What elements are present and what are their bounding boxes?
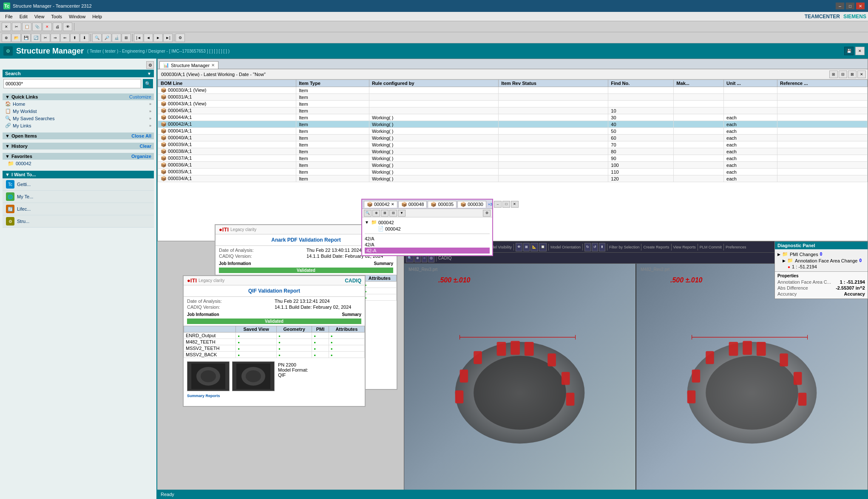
mini-down-btn[interactable]: ▼	[398, 210, 406, 217]
table-row[interactable]: 📦 000044/A;1 Item Working( )30each	[158, 114, 868, 121]
table-row[interactable]: 📦 000043/A;1 (View) Item	[158, 101, 868, 107]
sm-table-btn[interactable]: ⊟	[839, 70, 847, 78]
col-find-no[interactable]: Find No.	[608, 80, 674, 87]
tb2-btn-8[interactable]: ⬆	[70, 34, 79, 42]
quick-link-home[interactable]: 🏠 Home »	[3, 100, 154, 107]
table-row-selected[interactable]: 📦 000042/A;1 Item Working( )40each	[158, 121, 868, 128]
search-input[interactable]	[3, 79, 141, 88]
favorites-header[interactable]: ▼ Favorites Organize	[3, 153, 154, 160]
tb2-btn-5[interactable]: ✂	[41, 34, 50, 42]
tb-copy-btn[interactable]: 📋	[22, 23, 31, 31]
mini-tab-000035[interactable]: 📦 000035	[428, 201, 457, 208]
menu-view[interactable]: View	[31, 13, 48, 20]
col-make[interactable]: Mak...	[674, 80, 724, 87]
search-button[interactable]: 🔍	[143, 79, 153, 88]
tb2-btn-7[interactable]: ⇐	[60, 34, 70, 42]
vt-orient-2[interactable]: ↺	[592, 243, 598, 251]
quick-link-links[interactable]: 🔗 My Links »	[3, 122, 154, 129]
mini-tab-000030[interactable]: 📦 000030	[457, 201, 486, 208]
quick-links-header[interactable]: ▼ Quick Links	[5, 94, 38, 99]
col-item-rev-status[interactable]: Item Rev Status	[499, 80, 608, 87]
tb-delete-btn[interactable]: ✕	[43, 23, 52, 31]
diag-item-value[interactable]: ● 1 : -51.2194	[777, 264, 865, 270]
mini-tab-close-1[interactable]: ✕	[391, 202, 394, 206]
tb2-btn-6[interactable]: ⇒	[51, 34, 60, 42]
app-save-btn[interactable]: 💾	[844, 47, 854, 55]
table-row[interactable]: 📦 000031/A;1 Item	[158, 94, 868, 101]
tb2-btn-4[interactable]: 🔄	[31, 34, 40, 42]
col-reference[interactable]: Reference ...	[777, 80, 868, 87]
table-row[interactable]: 📦 000039/A;1 ItemWorking( )70each	[158, 141, 868, 148]
tb2-btn-3[interactable]: 💾	[21, 34, 31, 42]
tb2-btn-9[interactable]: ⬇	[80, 34, 89, 42]
table-row[interactable]: 📦 000038/A;1 ItemWorking( )80each	[158, 148, 868, 155]
vt-vis-4[interactable]: 🔲	[539, 243, 547, 251]
iwant-lifecycle[interactable]: 🔄 Lifec...	[3, 203, 154, 215]
mini-win-maximize-btn[interactable]: □	[502, 201, 510, 208]
customize-button[interactable]: Customize	[129, 94, 151, 99]
mini-tree-item-42a-2[interactable]: 42/A	[365, 242, 490, 248]
favorites-item-000042[interactable]: 📁 000042	[3, 160, 154, 167]
tb2-btn-11[interactable]: 🔎	[102, 34, 111, 42]
table-row[interactable]: 📦 000036/A;1 ItemWorking( )100each	[158, 162, 868, 169]
mini-tree-item-42a-1[interactable]: 42/A	[365, 236, 490, 242]
diag-item-pmi-changes[interactable]: ▶ 📁 PMI Changes 0	[777, 251, 865, 257]
tb2-nav-start[interactable]: |◄	[134, 34, 143, 42]
tb2-nav-prev[interactable]: ◄	[144, 34, 153, 42]
tb2-btn-10[interactable]: 🔍	[92, 34, 102, 42]
open-items-header[interactable]: ▼ Open Items Close All	[3, 133, 154, 139]
tb2-nav-end[interactable]: ►|	[163, 34, 173, 42]
vt-vis-1[interactable]: 👁	[516, 243, 522, 251]
mini-win-minimize-btn[interactable]: –	[494, 201, 502, 208]
col-item-type[interactable]: Item Type	[296, 80, 369, 87]
diag-expand-icon-1[interactable]: ▶	[777, 252, 780, 257]
close-button[interactable]: ✕	[856, 3, 865, 9]
mini-settings-btn[interactable]: ⚙	[483, 210, 491, 217]
col-rule-configured[interactable]: Rule configured by	[369, 80, 498, 87]
diag-item-annotation-face[interactable]: ▶ 📁 Annotation Face Area Change 0	[777, 257, 865, 264]
menu-tools[interactable]: Tools	[48, 13, 65, 20]
summary-reports-link[interactable]: Summary Reports	[184, 393, 365, 399]
history-header[interactable]: ▼ History Clear	[3, 143, 154, 149]
maximize-button[interactable]: □	[846, 3, 854, 9]
table-row[interactable]: 📦 000045/A;1 Item 10	[158, 107, 868, 114]
col-unit[interactable]: Unit ...	[724, 80, 777, 87]
table-row[interactable]: 📦 000040/A;1 ItemWorking( )60each	[158, 135, 868, 141]
tb2-nav-next[interactable]: ►	[153, 34, 163, 42]
iwant-getting-started[interactable]: Tc Getti...	[3, 178, 154, 191]
close-all-button[interactable]: Close All	[131, 133, 151, 138]
tb-new-btn[interactable]: ✕	[2, 23, 11, 31]
vt-vis-3[interactable]: 📐	[530, 243, 538, 251]
vt-orient-1[interactable]: ↻	[584, 243, 591, 251]
app-close-btn[interactable]: ✕	[855, 47, 865, 55]
tb2-btn-1[interactable]: ⊕	[2, 34, 11, 42]
diag-expand-icon-2[interactable]: ▶	[783, 259, 786, 263]
sm-card-btn[interactable]: ⊠	[848, 70, 857, 78]
mini-win-close-btn[interactable]: ✕	[511, 201, 519, 208]
iwant-my-teams[interactable]: 🌐 My Te...	[3, 191, 154, 203]
menu-edit[interactable]: Edit	[16, 13, 31, 20]
mini-tab-000042[interactable]: 📦 000042 ✕	[364, 201, 397, 208]
sm-tab-close-btn[interactable]: ✕	[211, 63, 215, 68]
tb2-btn-2[interactable]: 📂	[11, 34, 21, 42]
mini-layout-btn[interactable]: ⊞	[381, 210, 389, 217]
col-bom-line[interactable]: BOM Line	[158, 80, 296, 87]
mini-tree-item-000042-root[interactable]: ▼ 📁 000042	[365, 219, 490, 226]
mini-search-btn[interactable]: 🔍	[364, 210, 372, 217]
more-tabs-indicator[interactable]: »3	[487, 202, 493, 206]
quick-link-worklist[interactable]: 📋 My Worklist »	[3, 107, 154, 115]
tb-view-btn[interactable]: 👁	[63, 23, 72, 31]
vt-orient-3[interactable]: ⬆	[599, 243, 605, 251]
iwant-structure[interactable]: ⚙ Stru...	[3, 215, 154, 228]
table-row[interactable]: 📦 000030/A;1 (View) Item	[158, 87, 868, 94]
minimize-button[interactable]: –	[836, 3, 844, 9]
sidebar-gear-icon[interactable]: ⚙	[146, 61, 154, 69]
favorites-organize-button[interactable]: Organize	[131, 154, 151, 159]
tb-paste-btn[interactable]: 📎	[32, 23, 42, 31]
quick-link-saved-searches[interactable]: 🔍 My Saved Searches »	[3, 115, 154, 122]
table-row[interactable]: 📦 000041/A;1 ItemWorking( )50each	[158, 128, 868, 135]
viewer-3d-left[interactable]: M482_Rev3.prt .500 ±.010	[404, 264, 636, 499]
search-header[interactable]: Search ▼	[3, 70, 154, 77]
sm-layout-btn[interactable]: ⊞	[829, 70, 838, 78]
tb-print-btn[interactable]: 🖨	[53, 23, 62, 31]
